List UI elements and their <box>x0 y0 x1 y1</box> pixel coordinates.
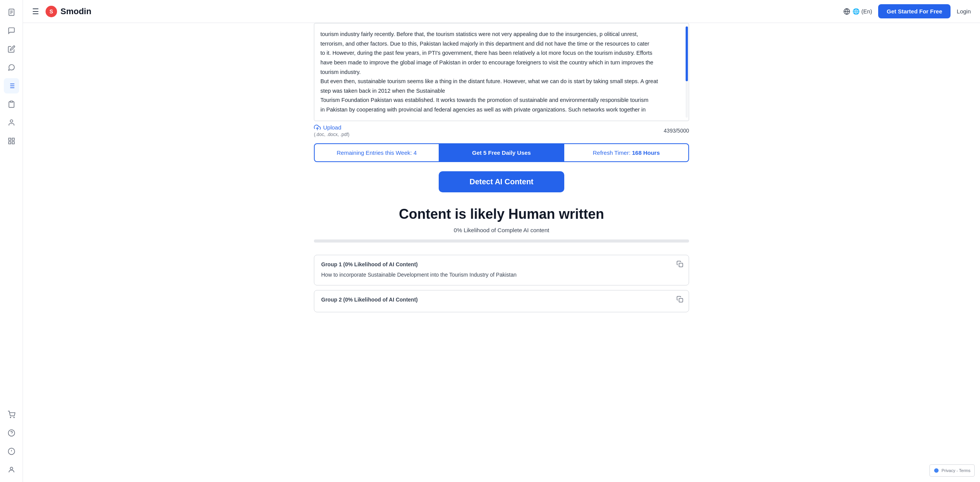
sidebar-item-list[interactable] <box>4 78 19 93</box>
group-1-title: Group 1 (0% Likelihood of AI Content) <box>321 261 682 267</box>
sidebar-item-help[interactable] <box>4 444 19 459</box>
sidebar <box>0 0 23 482</box>
language-button[interactable]: 🌐 (En) <box>843 8 872 15</box>
scrollbar-track <box>686 26 688 118</box>
svg-point-23 <box>10 467 13 470</box>
sidebar-item-cart[interactable] <box>4 407 19 422</box>
logo-text: Smodin <box>60 7 91 16</box>
sidebar-item-support[interactable] <box>4 425 19 441</box>
refresh-prefix: Refresh Timer: <box>593 149 632 156</box>
svg-rect-14 <box>12 142 14 144</box>
svg-point-17 <box>13 417 14 418</box>
upload-section: Upload (.doc, .docx, .pdf) <box>314 124 350 137</box>
sidebar-item-grid[interactable] <box>4 133 19 149</box>
svg-rect-29 <box>679 263 683 267</box>
group-card-2: Group 2 (0% Likelihood of AI Content) <box>314 290 689 312</box>
login-button[interactable]: Login <box>957 8 971 15</box>
svg-rect-12 <box>8 138 11 141</box>
result-section: Content is likely Human written 0% Likel… <box>306 206 697 317</box>
sidebar-item-account[interactable] <box>4 462 19 477</box>
group-card-1: Group 1 (0% Likelihood of AI Content) Ho… <box>314 255 689 285</box>
svg-point-31 <box>934 468 939 473</box>
result-title: Content is likely Human written <box>399 206 604 222</box>
refresh-value: 168 Hours <box>632 149 660 156</box>
get-started-button[interactable]: Get Started For Free <box>878 4 951 18</box>
scrollbar-thumb <box>686 26 688 81</box>
action-row: Remaining Entries this Week: 4 Get 5 Fre… <box>306 143 697 162</box>
group-1-text: How to incorporate Sustainable Developme… <box>321 271 682 279</box>
recaptcha-icon <box>934 468 939 473</box>
translate-icon <box>843 8 850 15</box>
get-free-uses-button[interactable]: Get 5 Free Daily Uses <box>439 143 564 162</box>
topnav: ☰ S Smodin 🌐 (En) Get Started For Free L… <box>23 0 980 23</box>
lang-label: 🌐 (En) <box>853 8 872 15</box>
text-block-wrapper: tourism industry fairly recently. Before… <box>306 23 697 121</box>
refresh-timer-button[interactable]: Refresh Timer: 168 Hours <box>564 143 689 162</box>
svg-rect-10 <box>10 101 13 102</box>
svg-point-16 <box>10 417 11 418</box>
upload-icon <box>314 124 321 131</box>
upload-formats: (.doc, .docx, .pdf) <box>314 132 350 137</box>
svg-rect-13 <box>12 138 14 141</box>
menu-icon[interactable]: ☰ <box>32 7 39 16</box>
groups-container: Group 1 (0% Likelihood of AI Content) Ho… <box>314 255 689 317</box>
sidebar-item-comments[interactable] <box>4 60 19 75</box>
upload-label: Upload <box>323 124 341 131</box>
content-area: tourism industry fairly recently. Before… <box>23 23 980 482</box>
sidebar-item-documents[interactable] <box>4 5 19 20</box>
svg-point-11 <box>10 120 13 123</box>
upload-row: Upload (.doc, .docx, .pdf) 4393/5000 <box>306 124 697 137</box>
detect-ai-content-button[interactable]: Detect AI Content <box>439 171 564 192</box>
detect-btn-wrapper: Detect AI Content <box>306 171 697 192</box>
text-content-area[interactable]: tourism industry fairly recently. Before… <box>314 23 689 121</box>
svg-text:S: S <box>49 8 53 15</box>
group-2-title: Group 2 (0% Likelihood of AI Content) <box>321 297 682 303</box>
sidebar-item-clipboard[interactable] <box>4 97 19 112</box>
text-content: tourism industry fairly recently. Before… <box>320 30 683 115</box>
sidebar-item-chat[interactable] <box>4 23 19 38</box>
svg-rect-30 <box>679 298 683 302</box>
char-count: 4393/5000 <box>664 128 689 134</box>
smodin-logo-icon: S <box>45 5 57 18</box>
sidebar-item-edit[interactable] <box>4 41 19 57</box>
recaptcha-badge: Privacy - Terms <box>929 464 975 477</box>
likelihood-text: 0% Likelihood of Complete AI content <box>454 227 549 233</box>
svg-rect-15 <box>8 142 11 144</box>
copy-icon-2[interactable] <box>676 296 683 305</box>
remaining-entries-button[interactable]: Remaining Entries this Week: 4 <box>314 143 439 162</box>
recaptcha-text: Privacy - Terms <box>941 468 970 473</box>
main-wrapper: ☰ S Smodin 🌐 (En) Get Started For Free L… <box>23 0 980 482</box>
logo-wrapper: S Smodin <box>45 5 91 18</box>
copy-icon-1[interactable] <box>676 261 683 269</box>
progress-bar <box>314 239 689 243</box>
sidebar-item-user[interactable] <box>4 115 19 130</box>
upload-button[interactable]: Upload <box>314 124 341 131</box>
